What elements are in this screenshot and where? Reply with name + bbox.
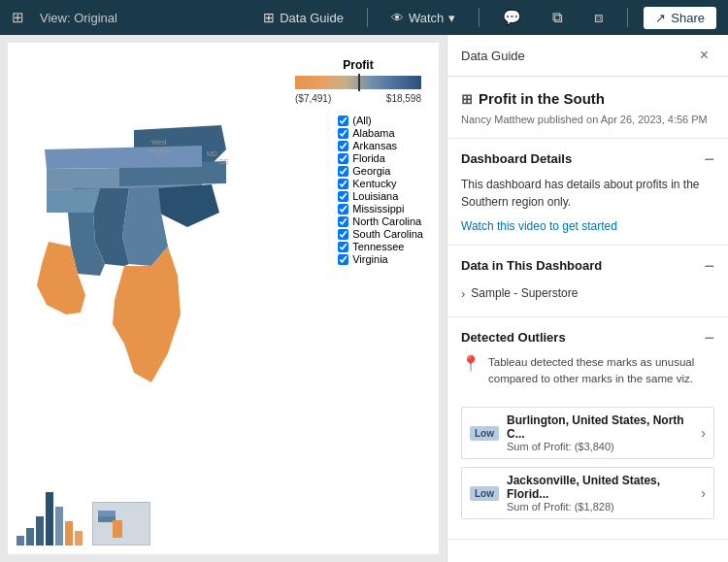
legend-min: ($7,491) xyxy=(295,93,331,104)
state-checkbox[interactable] xyxy=(338,191,348,202)
state-item: Mississippi xyxy=(338,203,423,215)
state-label: Virginia xyxy=(352,253,388,265)
legend-labels: ($7,491) $18,598 xyxy=(295,93,421,104)
state-checkbox[interactable] xyxy=(338,242,348,252)
legend-gradient[interactable] xyxy=(295,76,421,89)
state-item: Georgia xyxy=(338,165,423,177)
state-label: Alabama xyxy=(352,127,394,139)
data-in-dashboard-content: › Sample - Superstore xyxy=(447,282,728,316)
south-carolina-shape[interactable] xyxy=(153,184,219,227)
share-icon: ↗ xyxy=(655,11,666,25)
dashboard-details-section: Dashboard Details − This dashboard has d… xyxy=(447,139,728,246)
mini-fl xyxy=(113,520,122,538)
state-item: Tennessee xyxy=(338,241,423,252)
bar-4 xyxy=(46,492,53,545)
state-checkbox[interactable] xyxy=(338,116,348,126)
arkansas-shape[interactable] xyxy=(47,188,100,213)
data-in-dashboard-title: Data in This Dashboard xyxy=(461,258,602,273)
view-title: View: Original xyxy=(40,11,117,25)
de-label: DE xyxy=(219,158,229,165)
outlier-badge-1: Low xyxy=(470,426,499,441)
dashboard-details-desc: This dashboard has details about profits… xyxy=(461,176,714,211)
top-nav-bar: ⊞ View: Original ⊞ Data Guide 👁 Watch ▾ … xyxy=(0,0,728,35)
kentucky-shape[interactable] xyxy=(45,146,202,169)
detected-outliers-content: 📍 Tableau detected these marks as unusua… xyxy=(447,354,728,540)
watch-chevron-icon: ▾ xyxy=(448,11,455,25)
data-guide-panel: Data Guide × ⊞ Profit in the South Nancy… xyxy=(447,35,728,562)
state-label: Kentucky xyxy=(352,178,396,189)
chart-inner: Profit ($7,491) $18,598 State (All)Alaba… xyxy=(8,43,439,554)
detected-outliers-header[interactable]: Detected Outliers − xyxy=(447,317,728,354)
state-checkbox[interactable] xyxy=(338,166,348,177)
screen-icon: ⧉ xyxy=(552,9,563,26)
fullscreen-button[interactable]: ⧉ xyxy=(545,5,571,30)
grid-icon: ⊞ xyxy=(12,9,24,26)
outlier-name-2: Jacksonville, United States, Florid... xyxy=(507,474,697,501)
mini-map-thumbnail xyxy=(92,502,150,545)
state-item: North Carolina xyxy=(338,215,423,227)
outlier-arrow-1: › xyxy=(701,425,706,441)
comment-icon: 💬 xyxy=(503,9,521,26)
state-checkbox[interactable] xyxy=(338,229,348,240)
florida-shape[interactable] xyxy=(113,247,181,382)
legend: Profit ($7,491) $18,598 xyxy=(287,52,429,110)
superstore-item[interactable]: › Sample - Superstore xyxy=(461,282,714,305)
share-button[interactable]: ↗ Share xyxy=(644,7,716,29)
state-checkbox[interactable] xyxy=(338,141,348,151)
outlier-card-1[interactable]: Low Burlington, United States, North C..… xyxy=(461,407,714,459)
detected-outliers-section: Detected Outliers − 📍 Tableau detected t… xyxy=(447,317,728,541)
wv-label2: Virginia xyxy=(149,148,171,155)
state-checkbox[interactable] xyxy=(338,254,348,265)
outlier-card-2[interactable]: Low Jacksonville, United States, Florid.… xyxy=(461,467,714,519)
dashboard-details-title: Dashboard Details xyxy=(461,151,572,166)
bar-6 xyxy=(65,521,73,545)
state-item: South Carolina xyxy=(338,228,423,240)
divider-3 xyxy=(627,8,628,27)
state-item: Louisiana xyxy=(338,190,423,202)
dashboard-details-header[interactable]: Dashboard Details − xyxy=(447,139,728,176)
bar-5 xyxy=(55,507,63,545)
legend-max: $18,598 xyxy=(386,93,421,104)
state-item: Virginia xyxy=(338,253,423,265)
main-content: Profit ($7,491) $18,598 State (All)Alaba… xyxy=(0,35,728,562)
state-label: Tennessee xyxy=(352,241,404,252)
state-items-container: (All)AlabamaArkansasFloridaGeorgiaKentuc… xyxy=(338,115,423,265)
detected-outliers-title: Detected Outliers xyxy=(461,330,566,345)
bar-2 xyxy=(26,528,34,545)
outlier-badge-2: Low xyxy=(470,486,499,501)
watch-video-link[interactable]: Watch this video to get started xyxy=(461,219,617,233)
eye-icon: 👁 xyxy=(391,11,404,25)
state-label: Arkansas xyxy=(352,140,397,151)
legend-title: Profit xyxy=(295,58,421,72)
state-label: Louisiana xyxy=(352,190,398,202)
pin-icon: 📍 xyxy=(461,354,480,373)
data-in-dashboard-header[interactable]: Data in This Dashboard − xyxy=(447,246,728,282)
dashboard-title: ⊞ Profit in the South xyxy=(461,90,714,107)
map-svg[interactable]: West Virginia DE MD xyxy=(8,52,260,421)
state-label: Georgia xyxy=(352,165,390,177)
state-checkbox[interactable] xyxy=(338,204,348,215)
more-button[interactable]: ⧈ xyxy=(586,5,612,30)
data-guide-button[interactable]: ⊞ Data Guide xyxy=(255,6,351,29)
outlier-info-2: Jacksonville, United States, Florid... S… xyxy=(507,474,697,512)
comment-button[interactable]: 💬 xyxy=(495,5,529,30)
bar-7 xyxy=(75,531,83,545)
chart-panel: Profit ($7,491) $18,598 State (All)Alaba… xyxy=(0,35,447,562)
close-button[interactable]: × xyxy=(694,45,714,66)
state-checkbox[interactable] xyxy=(338,153,348,164)
outlier-value-2: Sum of Profit: ($1,828) xyxy=(507,501,697,512)
watch-button[interactable]: 👁 Watch ▾ xyxy=(383,7,463,29)
panel-header-title: Data Guide xyxy=(461,49,525,63)
dashboard-details-content: This dashboard has details about profits… xyxy=(447,176,728,245)
state-item: Kentucky xyxy=(338,178,423,189)
data-in-dashboard-toggle: − xyxy=(704,257,714,275)
data-in-dashboard-section: Data in This Dashboard − › Sample - Supe… xyxy=(447,246,728,317)
outlier-info-1: Burlington, United States, North C... Su… xyxy=(507,413,697,452)
mini-chart xyxy=(13,481,207,549)
state-checkbox[interactable] xyxy=(338,216,348,227)
outlier-name-1: Burlington, United States, North C... xyxy=(507,413,697,441)
state-checkbox[interactable] xyxy=(338,128,348,139)
state-checkbox[interactable] xyxy=(338,179,348,189)
detected-outliers-toggle: − xyxy=(704,329,714,347)
outlier-arrow-2: › xyxy=(701,485,706,501)
